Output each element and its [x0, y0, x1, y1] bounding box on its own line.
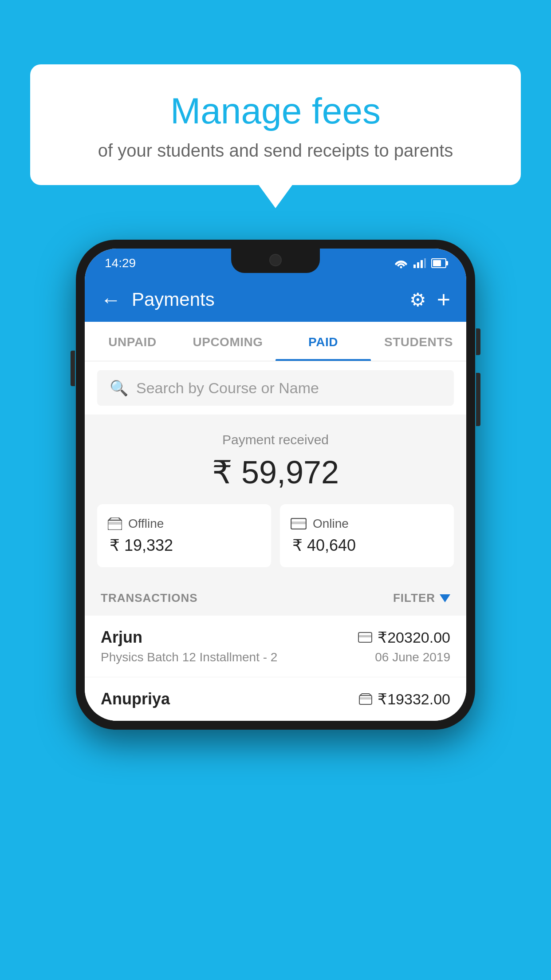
payment-total-amount: ₹ 59,972	[97, 454, 454, 491]
online-payment-card: Online ₹ 40,640	[280, 504, 454, 567]
phone-notch	[231, 249, 320, 273]
tab-students[interactable]: STUDENTS	[371, 322, 466, 361]
search-input[interactable]: Search by Course or Name	[136, 379, 319, 397]
tab-upcoming[interactable]: UPCOMING	[180, 322, 276, 361]
wifi-icon	[394, 258, 408, 269]
phone-screen: 14:29	[85, 249, 466, 721]
transactions-header: TRANSACTIONS FILTER	[85, 581, 466, 616]
payment-type-offline-icon	[359, 693, 372, 705]
app-header: ← Payments ⚙ +	[85, 277, 466, 322]
speech-bubble-container: Manage fees of your students and send re…	[30, 64, 521, 185]
online-amount: ₹ 40,640	[291, 536, 443, 555]
svg-rect-3	[421, 260, 423, 268]
search-icon: 🔍	[110, 379, 128, 397]
transaction-amount-row: ₹19332.00	[359, 690, 450, 708]
svg-rect-4	[424, 258, 426, 268]
transaction-name: Arjun	[101, 628, 142, 647]
offline-label: Offline	[128, 517, 164, 531]
transaction-top-row: Anupriya ₹19332.00	[101, 690, 450, 708]
search-container: 🔍 Search by Course or Name	[85, 361, 466, 415]
svg-rect-5	[108, 520, 122, 530]
offline-amount: ₹ 19,332	[108, 536, 260, 555]
svg-rect-2	[417, 262, 419, 268]
payment-received-label: Payment received	[97, 432, 454, 447]
filter-label: FILTER	[393, 591, 435, 605]
offline-payment-card: Offline ₹ 19,332	[97, 504, 271, 567]
svg-point-0	[400, 266, 402, 268]
transaction-details-row: Physics Batch 12 Installment - 2 06 June…	[101, 650, 450, 664]
svg-rect-8	[291, 522, 306, 524]
status-icons	[394, 258, 446, 269]
transaction-amount: ₹20320.00	[378, 628, 450, 646]
svg-rect-6	[108, 522, 122, 525]
phone-camera	[269, 254, 282, 266]
bubble-title: Manage fees	[52, 91, 499, 131]
tab-paid[interactable]: PAID	[276, 322, 371, 361]
phone-frame: 14:29	[76, 240, 475, 730]
phone-volume-down-button	[476, 373, 480, 426]
phone-power-button	[476, 328, 480, 355]
transactions-label: TRANSACTIONS	[101, 591, 198, 605]
phone-volume-button	[71, 351, 75, 386]
settings-button[interactable]: ⚙	[409, 289, 426, 311]
svg-rect-1	[413, 265, 416, 268]
battery-icon	[431, 258, 446, 268]
online-card-header: Online	[291, 517, 443, 531]
offline-icon	[108, 518, 122, 530]
transaction-amount: ₹19332.00	[378, 690, 450, 708]
status-time: 14:29	[105, 256, 136, 270]
filter-icon	[440, 594, 450, 602]
transaction-amount-row: ₹20320.00	[358, 628, 450, 646]
payment-type-online-icon	[358, 632, 372, 643]
svg-rect-11	[359, 695, 372, 704]
search-box[interactable]: 🔍 Search by Course or Name	[97, 370, 454, 406]
bubble-subtitle: of your students and send receipts to pa…	[52, 141, 499, 161]
online-icon	[291, 518, 307, 530]
speech-bubble: Manage fees of your students and send re…	[30, 64, 521, 185]
phone-mockup: 14:29	[76, 240, 475, 730]
table-row[interactable]: Anupriya ₹19332.00	[85, 677, 466, 721]
transaction-date: 06 June 2019	[375, 650, 450, 664]
signal-icon	[413, 258, 426, 268]
add-button[interactable]: +	[437, 288, 450, 311]
payment-cards: Offline ₹ 19,332 Online	[97, 504, 454, 567]
payment-summary: Payment received ₹ 59,972 Offline	[85, 415, 466, 581]
table-row[interactable]: Arjun ₹20320.00 Physics Batch 12 Install…	[85, 616, 466, 677]
header-title: Payments	[132, 289, 399, 310]
filter-button[interactable]: FILTER	[393, 591, 450, 605]
offline-card-header: Offline	[108, 517, 260, 531]
transaction-top-row: Arjun ₹20320.00	[101, 628, 450, 647]
svg-rect-10	[358, 635, 372, 637]
back-button[interactable]: ←	[101, 289, 121, 310]
svg-rect-12	[359, 697, 372, 699]
tabs-bar: UNPAID UPCOMING PAID STUDENTS	[85, 322, 466, 361]
transaction-course: Physics Batch 12 Installment - 2	[101, 650, 277, 664]
tab-unpaid[interactable]: UNPAID	[85, 322, 180, 361]
online-label: Online	[313, 517, 349, 531]
transaction-name: Anupriya	[101, 690, 170, 708]
